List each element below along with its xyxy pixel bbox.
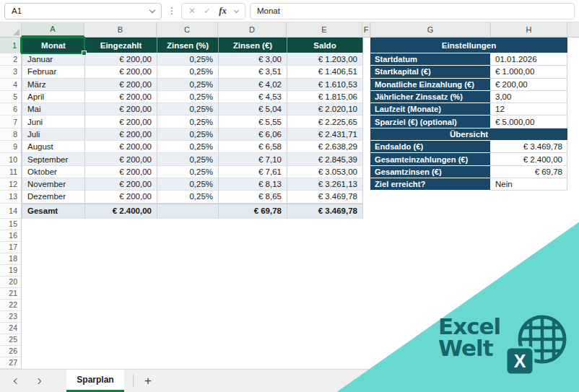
settings-label[interactable]: Laufzeit (Monate) bbox=[370, 103, 491, 116]
row-header-8[interactable]: 8 bbox=[0, 129, 21, 141]
row-header-11[interactable]: 11 bbox=[0, 166, 21, 178]
formula-input[interactable]: Monat bbox=[250, 3, 575, 19]
cell[interactable]: € 6,06 bbox=[219, 129, 287, 141]
overview-label[interactable]: Gesamteinzahlungen (€) bbox=[370, 153, 491, 165]
cell[interactable]: € 200,00 bbox=[85, 116, 157, 128]
row-header-23[interactable]: 23 bbox=[0, 311, 21, 323]
row-header-9[interactable]: 9 bbox=[0, 141, 21, 153]
settings-value[interactable]: € 5.000,00 bbox=[491, 116, 567, 128]
cell[interactable]: September bbox=[22, 153, 85, 165]
settings-label[interactable]: Startdatum bbox=[370, 53, 491, 66]
cell[interactable]: Oktober bbox=[22, 166, 85, 178]
row-header-13[interactable]: 13 bbox=[0, 191, 21, 203]
cell[interactable]: € 3.261,13 bbox=[287, 178, 363, 191]
cell[interactable]: € 200,00 bbox=[85, 91, 157, 103]
settings-label[interactable]: Jährlicher Zinssatz (%) bbox=[370, 91, 491, 103]
cell[interactable]: Februar bbox=[22, 66, 85, 78]
row-header-20[interactable]: 20 bbox=[0, 276, 21, 288]
row-header-26[interactable]: 26 bbox=[0, 346, 21, 357]
row-header-18[interactable]: 18 bbox=[0, 253, 21, 265]
header-cell[interactable]: Saldo bbox=[287, 38, 363, 53]
row-header-15[interactable]: 15 bbox=[0, 219, 21, 230]
settings-value[interactable]: 3,00 bbox=[491, 91, 567, 103]
cell[interactable]: € 3.469,78 bbox=[287, 204, 363, 219]
cell[interactable]: März bbox=[22, 79, 85, 91]
cell[interactable]: € 200,00 bbox=[85, 191, 157, 203]
cell[interactable]: € 200,00 bbox=[85, 79, 157, 91]
cell[interactable]: Januar bbox=[22, 53, 85, 66]
settings-value[interactable]: € 200,00 bbox=[491, 79, 567, 91]
cell[interactable]: € 2.845,39 bbox=[287, 153, 363, 165]
cell[interactable]: € 7,61 bbox=[219, 166, 287, 178]
row-header-22[interactable]: 22 bbox=[0, 300, 21, 311]
column-header-b[interactable]: B bbox=[84, 22, 157, 37]
cell[interactable]: € 69,78 bbox=[219, 204, 287, 219]
cell[interactable]: € 1.610,53 bbox=[287, 79, 363, 91]
cell[interactable]: 0,25% bbox=[157, 129, 219, 141]
row-header-6[interactable]: 6 bbox=[0, 103, 21, 116]
cell[interactable]: 0,25% bbox=[157, 53, 219, 66]
cell[interactable]: € 200,00 bbox=[85, 129, 157, 141]
column-header-a[interactable]: A bbox=[22, 22, 84, 37]
cell[interactable]: € 8,13 bbox=[219, 178, 287, 191]
cell[interactable]: € 2.020,10 bbox=[287, 103, 363, 116]
cell[interactable]: € 5,55 bbox=[219, 116, 287, 128]
cell[interactable]: November bbox=[22, 178, 85, 191]
row-header-3[interactable]: 3 bbox=[0, 66, 21, 78]
overview-label[interactable]: Gesamtzinsen (€) bbox=[370, 166, 491, 178]
row-header-25[interactable]: 25 bbox=[0, 334, 21, 346]
cell[interactable]: € 2.431,71 bbox=[287, 129, 363, 141]
overview-label[interactable]: Ziel erreicht? bbox=[370, 178, 491, 191]
row-header-16[interactable]: 16 bbox=[0, 230, 21, 242]
settings-value[interactable]: 01.01.2026 bbox=[491, 53, 567, 66]
overview-value[interactable]: € 2.400,00 bbox=[491, 153, 567, 165]
cell[interactable]: 0,25% bbox=[157, 141, 219, 153]
settings-value[interactable]: € 1.000,00 bbox=[491, 66, 567, 78]
cell[interactable]: € 1.406,51 bbox=[287, 66, 363, 78]
overview-value[interactable]: € 69,78 bbox=[491, 166, 567, 178]
cell[interactable] bbox=[157, 204, 219, 219]
cell[interactable]: 0,25% bbox=[157, 91, 219, 103]
header-cell[interactable]: Zinsen (%) bbox=[157, 38, 219, 53]
overview-value[interactable]: € 3.469,78 bbox=[491, 141, 567, 153]
sheet-tab-sparplan[interactable]: Sparplan bbox=[66, 370, 124, 392]
cell[interactable]: € 200,00 bbox=[85, 153, 157, 165]
cell[interactable]: € 3.469,78 bbox=[287, 191, 363, 203]
header-cell[interactable]: Eingezahlt bbox=[85, 38, 157, 53]
row-header-1[interactable]: 1 bbox=[0, 38, 22, 53]
row-header-19[interactable]: 19 bbox=[0, 265, 21, 276]
cell[interactable]: Juni bbox=[22, 116, 85, 128]
row-header-24[interactable]: 24 bbox=[0, 323, 21, 334]
column-header-h[interactable]: H bbox=[491, 22, 567, 37]
cell[interactable]: € 1.815,06 bbox=[287, 91, 363, 103]
overview-label[interactable]: Endsaldo (€) bbox=[370, 141, 491, 153]
cell[interactable]: € 200,00 bbox=[85, 166, 157, 178]
cell[interactable]: € 200,00 bbox=[85, 103, 157, 116]
row-header-14[interactable]: 14 bbox=[0, 204, 21, 219]
name-box-chevron-icon[interactable] bbox=[149, 7, 155, 13]
row-header-12[interactable]: 12 bbox=[0, 178, 21, 191]
row-header-10[interactable]: 10 bbox=[0, 153, 21, 165]
row-header-5[interactable]: 5 bbox=[0, 91, 21, 103]
column-header-d[interactable]: D bbox=[218, 22, 287, 37]
settings-label[interactable]: Sparziel (€) (optional) bbox=[370, 116, 491, 128]
row-header-27[interactable]: 27 bbox=[0, 357, 21, 369]
row-header-21[interactable]: 21 bbox=[0, 288, 21, 300]
fx-chevron-icon[interactable] bbox=[234, 7, 239, 12]
cell[interactable]: € 7,10 bbox=[219, 153, 287, 165]
settings-label[interactable]: Monatliche Einzahlung (€) bbox=[370, 79, 491, 91]
cell[interactable]: € 5,04 bbox=[219, 103, 287, 116]
cell[interactable]: € 4,02 bbox=[219, 79, 287, 91]
prev-sheet-button[interactable] bbox=[6, 370, 27, 392]
header-cell[interactable]: Monat bbox=[22, 38, 85, 53]
kebab-menu-icon[interactable]: ⋮ bbox=[167, 6, 176, 16]
add-sheet-button[interactable]: + bbox=[134, 370, 162, 392]
cell[interactable]: € 200,00 bbox=[85, 53, 157, 66]
cell[interactable]: April bbox=[22, 91, 85, 103]
row-header-2[interactable]: 2 bbox=[0, 53, 21, 66]
cell[interactable]: 0,25% bbox=[157, 116, 219, 128]
settings-label[interactable]: Startkapital (€) bbox=[370, 66, 491, 78]
cell[interactable]: € 3.053,00 bbox=[287, 166, 363, 178]
next-sheet-button[interactable] bbox=[27, 370, 49, 392]
cell[interactable]: Dezember bbox=[22, 191, 85, 203]
